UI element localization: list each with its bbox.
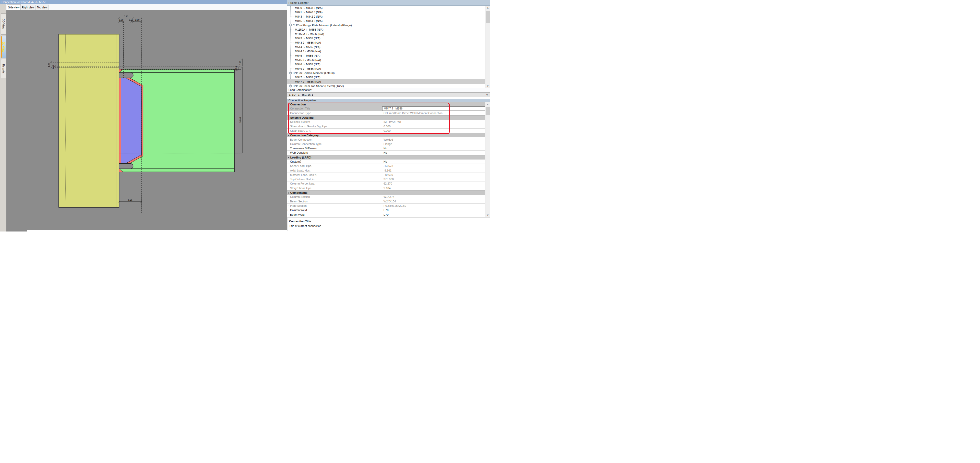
section-header-row[interactable]: ∨Components [287, 190, 485, 195]
expand-icon[interactable]: › [288, 195, 288, 198]
property-row[interactable]: ›Plate SectionP0.38x5.25x20.60 [287, 204, 485, 208]
property-value[interactable]: W24X104 [382, 199, 485, 203]
scroll-up-icon[interactable]: ∧ [485, 6, 490, 10]
tab-top-view[interactable]: Top view [35, 5, 49, 10]
tree-item[interactable]: M545 J - M556 (N/A) [287, 58, 485, 62]
tab-reports[interactable]: Reports [1, 59, 6, 78]
tree-item[interactable]: M543 I - M555 (N/A) [287, 36, 485, 40]
property-value[interactable]: -13.678 [382, 164, 485, 168]
tree-group-item[interactable]: −Col/Bm Shear Tab Shear (Lateral) (Tube) [287, 84, 485, 88]
tree-item[interactable]: M545 I - M555 (N/A) [287, 53, 485, 58]
property-row[interactable]: Column Connection TypeFlange [287, 142, 485, 146]
property-value[interactable]: Flange [382, 142, 485, 146]
property-value[interactable]: -49.639 [382, 173, 485, 177]
tree-item[interactable]: M1159A J - M556 (N/A) [287, 32, 485, 36]
property-row[interactable]: Clear Span, L, ft.0.000 [287, 128, 485, 133]
tree-item[interactable]: M841 I - M840 J (N/A) [287, 10, 485, 14]
section-header-row[interactable]: ∨Loading (LRFD) [287, 155, 485, 160]
tab-side-view[interactable]: Side view [7, 4, 21, 10]
property-value[interactable]: -8.161 [382, 168, 485, 172]
property-value[interactable]: 9.104 [382, 186, 485, 190]
property-value[interactable]: W14X74 [382, 195, 485, 199]
property-value[interactable]: 0.000 [382, 128, 485, 133]
property-row[interactable]: Column Force, kips.62.270 [287, 181, 485, 186]
property-row[interactable]: Connection TitleM547 J - M556 [287, 106, 485, 111]
tree-item[interactable]: M543 J - M556 (N/A) [287, 40, 485, 45]
property-value[interactable]: No [382, 151, 485, 155]
property-value[interactable]: E70 [382, 212, 485, 216]
scroll-down-icon[interactable]: ∨ [485, 213, 490, 217]
property-value[interactable]: E70 [382, 208, 485, 212]
property-value[interactable]: M547 J - M556 [382, 106, 485, 111]
tab-right-view[interactable]: Right view [21, 5, 35, 10]
chevron-down-icon[interactable]: ∨ [288, 134, 289, 136]
drawing-canvas[interactable]: 3.25 1.00 0.50 2.00 1.25 0.25 1.75 0.50 … [6, 10, 287, 232]
property-value[interactable]: No [382, 160, 485, 163]
property-row[interactable]: Seismic SystemIMF (WUF-W) [287, 120, 485, 124]
scroll-down-icon[interactable]: ∨ [485, 84, 490, 88]
property-row[interactable]: Web DoublersNo [287, 151, 485, 155]
section-header-row[interactable]: ∨Seismic Detailing [287, 115, 485, 120]
expand-icon[interactable]: › [288, 212, 288, 216]
expand-icon[interactable]: › [288, 200, 288, 203]
chevron-down-icon[interactable]: ∨ [288, 103, 289, 106]
expand-icon[interactable]: › [288, 208, 288, 211]
grid-scrollbar[interactable]: ∧ ∨ [485, 102, 490, 217]
property-row[interactable]: Connection TypeColumn/Beam Direct Weld M… [287, 111, 485, 115]
property-row[interactable]: ›Beam WeldE70 [287, 212, 485, 217]
tree-item[interactable]: M544 J - M556 (N/A) [287, 49, 485, 53]
section-header-row[interactable]: ∨Connection Category [287, 133, 485, 137]
project-tree[interactable]: M839 I - M838 J (N/A)M841 I - M840 J (N/… [287, 6, 485, 88]
tree-item[interactable]: M845 I - M844 J (N/A) [287, 19, 485, 23]
property-row[interactable]: Story Shear, kips.9.104 [287, 186, 485, 190]
collapse-icon[interactable]: − [289, 85, 291, 87]
tree-item[interactable]: M547 I - M555 (N/A) [287, 75, 485, 79]
property-row[interactable]: Beam ConnectionWelded [287, 137, 485, 142]
tree-scrollbar[interactable]: ∧ ∨ [485, 6, 490, 88]
property-row[interactable]: Shear due to Gravity, Vg, kips.0.000 [287, 124, 485, 128]
property-row[interactable]: Transverse StiffenersNo [287, 146, 485, 151]
tree-item[interactable]: M843 I - M842 J (N/A) [287, 14, 485, 19]
collapse-icon[interactable]: − [289, 24, 291, 26]
property-row[interactable]: ›Column SectionW14X74 [287, 195, 485, 199]
tab-3d-view[interactable]: 3D View [1, 13, 6, 35]
property-row[interactable]: Top Column Dist, in.375.900 [287, 177, 485, 181]
chevron-down-icon[interactable]: ∨ [288, 117, 289, 119]
property-value[interactable]: P0.38x5.25x20.60 [382, 204, 485, 208]
scroll-up-icon[interactable]: ∧ [485, 102, 490, 106]
property-row[interactable]: ›Beam SectionW24X104 [287, 199, 485, 204]
scrollbar-thumb[interactable] [486, 107, 490, 115]
property-label-text: Column Weld [290, 209, 307, 212]
property-value[interactable]: 375.900 [382, 177, 485, 181]
horizontal-scroll-strip[interactable] [27, 230, 287, 232]
tree-item[interactable]: M546 J - M556 (N/A) [287, 67, 485, 71]
property-value[interactable]: No [382, 146, 485, 150]
property-value[interactable]: 0.000 [382, 124, 485, 128]
tree-item[interactable]: M547 J - M556 (N/A) [287, 79, 485, 84]
property-value[interactable]: 62.270 [382, 181, 485, 186]
tree-item[interactable]: M839 I - M838 J (N/A) [287, 6, 485, 10]
property-row[interactable]: Custom?No [287, 160, 485, 164]
expand-icon[interactable]: › [288, 204, 288, 207]
tab-2d-view[interactable]: 2D View [1, 36, 6, 58]
load-combination-select[interactable]: 1. 3D - 1 - IBC 16-1 ∨ [287, 92, 490, 97]
tree-group-item[interactable]: −Col/Bm Seismic Moment (Lateral) [287, 71, 485, 75]
property-value[interactable]: IMF (WUF-W) [382, 120, 485, 124]
chevron-down-icon[interactable]: ∨ [288, 156, 289, 159]
property-row[interactable]: ›Column WeldE70 [287, 208, 485, 212]
chevron-down-icon[interactable]: ∨ [288, 192, 289, 194]
property-row[interactable]: Shear Load, kips.-13.678 [287, 164, 485, 168]
scrollbar-thumb[interactable] [486, 11, 490, 23]
tree-item[interactable]: M544 I - M555 (N/A) [287, 45, 485, 49]
tree-item[interactable]: M1159A I - M555 (N/A) [287, 27, 485, 32]
tree-item[interactable]: M546 I - M555 (N/A) [287, 62, 485, 67]
property-row[interactable]: Moment Load, kips-ft.-49.639 [287, 173, 485, 177]
property-value[interactable]: Column/Beam Direct Weld Moment Connectio… [382, 111, 485, 115]
section-header-row[interactable]: ∨Connection [287, 102, 485, 106]
property-row[interactable]: Axial Load, kips.-8.161 [287, 168, 485, 173]
section-label: Components [290, 191, 307, 194]
collapse-icon[interactable]: − [289, 72, 291, 74]
tree-group-item[interactable]: −Col/Bm Flange Plate Moment (Lateral) (F… [287, 23, 485, 27]
property-value[interactable]: Welded [382, 137, 485, 141]
property-grid[interactable]: ∨ConnectionConnection TitleM547 J - M556… [287, 102, 485, 217]
